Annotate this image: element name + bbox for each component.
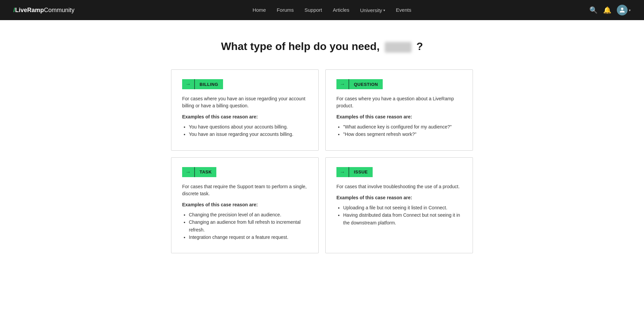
- heading-text-prefix: What type of help do you need,: [221, 40, 380, 52]
- nav-articles[interactable]: Articles: [333, 7, 349, 13]
- badge-label-task: TASK: [194, 167, 216, 177]
- card-header-issue: → ISSUE: [336, 167, 462, 177]
- card-body-billing: For cases where you have an issue regard…: [182, 95, 308, 138]
- card-body-issue: For cases that involve troubleshooting t…: [336, 183, 462, 226]
- nav-home[interactable]: Home: [253, 7, 266, 13]
- card-billing[interactable]: → BILLING For cases where you have an is…: [171, 69, 319, 151]
- brand-logo[interactable]: /LiveRamp Community: [13, 7, 74, 14]
- examples-list: Changing the precision level of an audie…: [182, 211, 308, 241]
- card-header-task: → TASK: [182, 167, 308, 177]
- examples-label: Examples of this case reason are:: [182, 201, 308, 208]
- avatar-chevron-icon: ▾: [629, 8, 631, 12]
- badge-arrow-icon: →: [336, 167, 348, 177]
- navbar-icons: 🔍 🔔 ▾: [589, 5, 631, 15]
- nav-university[interactable]: University ▾: [360, 7, 385, 13]
- card-badge-question: → QUESTION: [336, 79, 383, 89]
- examples-list: You have questions about your accounts b…: [182, 123, 308, 138]
- brand-liveramp: LiveRamp: [15, 7, 44, 14]
- user-avatar-menu[interactable]: ▾: [617, 5, 631, 15]
- example-item: "How does segment refresh work?": [343, 131, 462, 138]
- search-icon[interactable]: 🔍: [589, 6, 598, 14]
- nav-events[interactable]: Events: [396, 7, 411, 13]
- user-name-blurred: [385, 42, 412, 53]
- navbar: /LiveRamp Community Home Forums Support …: [0, 0, 644, 20]
- examples-label: Examples of this case reason are:: [182, 113, 308, 120]
- example-item: You have an issue regarding your account…: [189, 131, 308, 138]
- example-item: "What audience key is configured for my …: [343, 123, 462, 131]
- nav-support[interactable]: Support: [305, 7, 322, 13]
- example-item: You have questions about your accounts b…: [189, 123, 308, 131]
- example-item: Uploading a file but not seeing it liste…: [343, 204, 462, 211]
- main-content: What type of help do you need, ? → BILLI…: [0, 20, 644, 313]
- card-issue[interactable]: → ISSUE For cases that involve troublesh…: [325, 157, 473, 254]
- brand-community: Community: [44, 7, 74, 14]
- card-question[interactable]: → QUESTION For cases where you have a qu…: [325, 69, 473, 151]
- badge-arrow-icon: →: [182, 167, 194, 177]
- example-item: Integration change request or a feature …: [189, 233, 308, 241]
- examples-label: Examples of this case reason are:: [336, 113, 462, 120]
- cards-grid: → BILLING For cases where you have an is…: [171, 69, 473, 253]
- example-item: Changing an audience from full refresh t…: [189, 218, 308, 233]
- examples-label: Examples of this case reason are:: [336, 194, 462, 201]
- card-badge-billing: → BILLING: [182, 79, 223, 89]
- avatar: [617, 5, 628, 15]
- example-item: Changing the precision level of an audie…: [189, 211, 308, 218]
- card-task[interactable]: → TASK For cases that require the Suppor…: [171, 157, 319, 254]
- page-heading: What type of help do you need, ?: [13, 40, 631, 53]
- card-description: For cases where you have a question abou…: [336, 95, 462, 109]
- notification-icon[interactable]: 🔔: [603, 6, 611, 14]
- card-description: For cases that involve troubleshooting t…: [336, 183, 462, 190]
- badge-label-question: QUESTION: [348, 79, 383, 89]
- card-description: For cases that require the Support team …: [182, 183, 308, 197]
- card-badge-issue: → ISSUE: [336, 167, 373, 177]
- main-nav: Home Forums Support Articles University …: [253, 7, 411, 13]
- card-description: For cases where you have an issue regard…: [182, 95, 308, 109]
- nav-forums[interactable]: Forums: [277, 7, 294, 13]
- card-header-question: → QUESTION: [336, 79, 462, 89]
- card-badge-task: → TASK: [182, 167, 216, 177]
- card-body-task: For cases that require the Support team …: [182, 183, 308, 241]
- badge-arrow-icon: →: [182, 79, 194, 89]
- card-body-question: For cases where you have a question abou…: [336, 95, 462, 138]
- examples-list: Uploading a file but not seeing it liste…: [336, 204, 462, 226]
- card-header-billing: → BILLING: [182, 79, 308, 89]
- heading-text-suffix: ?: [417, 40, 423, 52]
- badge-label-billing: BILLING: [194, 79, 223, 89]
- badge-arrow-icon: →: [336, 79, 348, 89]
- chevron-down-icon: ▾: [383, 8, 385, 12]
- example-item: Having distributed data from Connect but…: [343, 211, 462, 226]
- examples-list: "What audience key is configured for my …: [336, 123, 462, 138]
- badge-label-issue: ISSUE: [348, 167, 373, 177]
